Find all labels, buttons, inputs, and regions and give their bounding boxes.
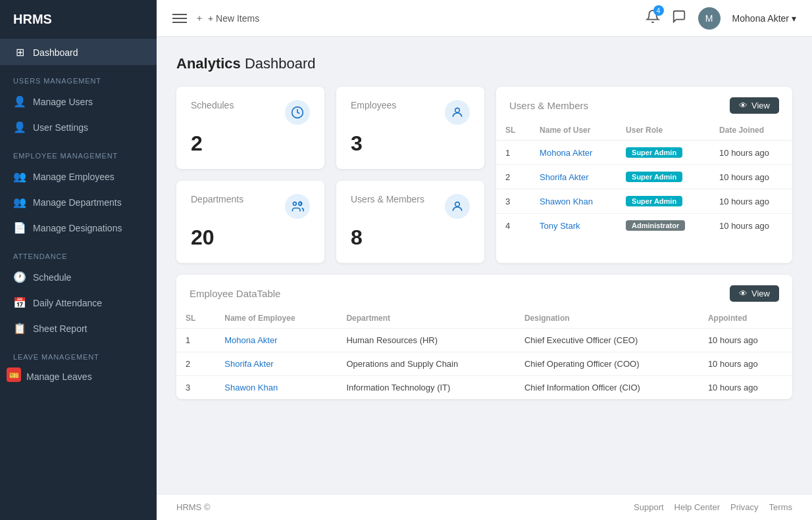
user-display-name: Mohona Akter [732,13,789,24]
dashboard-icon: ⊞ [13,46,26,59]
cell-joined: 10 hours ago [710,189,792,214]
sidebar-item-sheet-report[interactable]: 📋 Sheet Report [0,316,157,341]
sidebar: HRMS ⊞ Dashboard Users Management 👤 Mana… [0,0,157,520]
cell-name: Shorifa Akter [530,165,617,189]
stat-cards-mid: Employees 3 Users & Members [336,87,484,263]
sidebar-item-label: Sheet Report [33,323,88,334]
sidebar-item-label: Manage Departments [33,197,122,208]
svg-point-5 [455,108,460,112]
user-name-link[interactable]: Shawon Khan [540,197,593,206]
employee-datatable-card: Employee DataTable 👁 View SL Name of Emp… [176,275,792,399]
employee-view-button[interactable]: 👁 View [730,285,779,302]
eye-icon: 👁 [739,101,748,110]
sidebar-item-user-settings[interactable]: 👤 User Settings [0,114,157,140]
role-badge: Administrator [626,220,685,231]
user-name-link[interactable]: Mohona Akter [540,148,592,158]
role-badge: Super Admin [626,196,682,206]
employee-name-link[interactable]: Mohona Akter [224,335,277,345]
stat-card-schedules: Schedules 2 [176,87,324,169]
cell-department: Information Technology (IT) [337,376,515,400]
footer-link-helpcenter[interactable]: Help Center [674,502,720,512]
page-title-light: Dashboard [245,55,316,72]
users-members-card-title: Users & Members [509,100,588,111]
footer-link-privacy[interactable]: Privacy [730,502,759,512]
cell-role: Super Admin [617,189,710,214]
stat-title-users-members: Users & Members [351,194,424,204]
cell-role: Super Admin [617,141,710,165]
cell-joined: 10 hours ago [710,165,792,189]
sidebar-item-label: Daily Attendance [33,298,102,308]
notification-button[interactable]: 4 [646,9,660,27]
departments-stat-icon [285,194,310,219]
cell-sl: 2 [496,165,530,189]
cell-sl: 1 [496,141,530,165]
col-role: User Role [617,120,710,141]
sidebar-item-dashboard[interactable]: ⊞ Dashboard [0,39,157,65]
cell-appointed: 10 hours ago [699,376,792,400]
new-items-label: + New Items [208,13,259,24]
hamburger-menu[interactable] [172,14,187,23]
users-members-view-button[interactable]: 👁 View [730,97,779,114]
settings-user-icon: 👤 [13,121,26,133]
sidebar-item-manage-designations[interactable]: 📄 Manage Designations [0,215,157,241]
schedule-icon: 🕐 [13,271,26,283]
role-badge: Super Admin [626,172,682,182]
new-items-button[interactable]: ＋ + New Items [195,12,259,24]
stat-value-employees: 3 [351,131,470,156]
footer-links: Support Help Center Privacy Terms [634,502,792,512]
chevron-down-icon: ▾ [792,13,796,24]
sidebar-item-manage-leaves[interactable]: 🎫 Manage Leaves [0,365,157,389]
section-label-attendance: Attendance [0,241,157,264]
users-members-stat-icon [445,194,470,219]
messages-button[interactable] [672,9,686,27]
sidebar-item-label: Manage Employees [33,172,114,182]
calendar-icon: 📅 [13,296,26,309]
stat-card-employees: Employees 3 [336,87,484,169]
sidebar-item-manage-users[interactable]: 👤 Manage Users [0,89,157,114]
user-name-button[interactable]: Mohona Akter ▾ [732,13,796,24]
cell-name: Shorifa Akter [215,352,337,376]
report-icon: 📋 [13,322,26,335]
employee-name-link[interactable]: Shawon Khan [224,383,278,392]
stat-title-schedules: Schedules [191,100,234,110]
sidebar-item-label: Schedule [33,272,71,283]
section-label-leave: Leave Management [0,341,157,365]
user-name-link[interactable]: Tony Stark [540,221,580,231]
table-row: 2 Shorifa Akter Super Admin 10 hours ago [496,165,792,189]
employee-table: SL Name of Employee Department Designati… [176,308,792,399]
employee-table-title: Employee DataTable [190,288,280,299]
employees-icon: 👥 [13,170,26,183]
col-sl: SL [496,120,530,141]
content-area: Analytics Dashboard Schedules [157,37,812,494]
plus-icon: ＋ [195,12,204,24]
table-row: 2 Shorifa Akter Operations and Supply Ch… [176,352,792,376]
cell-role: Super Admin [617,165,710,189]
cell-sl: 4 [496,214,530,238]
sidebar-item-manage-departments[interactable]: 👥 Manage Departments [0,189,157,215]
sidebar-item-label: Manage Users [33,97,93,107]
svg-text:🎫: 🎫 [9,370,19,380]
cell-name: Mohona Akter [530,141,617,165]
emp-col-sl: SL [176,308,215,329]
footer-copyright: HRMS © [176,502,210,512]
topbar-right: 4 M Mohona Akter ▾ [646,7,796,30]
user-name-link[interactable]: Shorifa Akter [540,172,588,182]
stat-value-departments: 20 [191,225,310,250]
stat-card-departments: Departments 20 [176,181,324,263]
cell-name: Shawon Khan [530,189,617,214]
svg-point-6 [455,202,460,206]
sidebar-item-schedule[interactable]: 🕐 Schedule [0,264,157,290]
footer-link-support[interactable]: Support [634,502,664,512]
stat-title-employees: Employees [351,100,396,110]
table-row: 4 Tony Stark Administrator 10 hours ago [496,214,792,238]
footer-link-terms[interactable]: Terms [769,502,792,512]
cell-designation: Chief Information Officer (CIO) [515,376,699,400]
sidebar-item-manage-employees[interactable]: 👥 Manage Employees [0,164,157,189]
topbar-left: ＋ + New Items [172,12,635,24]
page-title-bold: Analytics [176,55,241,72]
employee-name-link[interactable]: Shorifa Akter [224,359,273,369]
cell-department: Human Resources (HR) [337,329,515,352]
app-logo: HRMS [0,0,157,39]
cell-role: Administrator [617,214,710,238]
sidebar-item-daily-attendance[interactable]: 📅 Daily Attendance [0,290,157,316]
